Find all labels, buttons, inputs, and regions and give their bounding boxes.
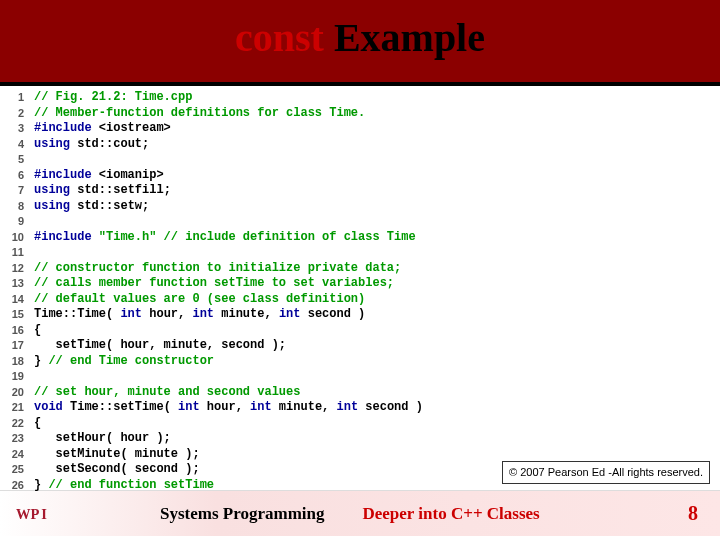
svg-text:W: W bbox=[16, 505, 31, 521]
line-number: 9 bbox=[0, 214, 34, 230]
code-line: 7using std::setfill; bbox=[0, 183, 720, 199]
code-text: { bbox=[34, 416, 41, 432]
code-line: 1// Fig. 21.2: Time.cpp bbox=[0, 90, 720, 106]
title-rest: Example bbox=[324, 15, 485, 60]
line-number: 3 bbox=[0, 121, 34, 137]
code-line: 8using std::setw; bbox=[0, 199, 720, 215]
line-number: 11 bbox=[0, 245, 34, 261]
code-line: 9 bbox=[0, 214, 720, 230]
line-number: 20 bbox=[0, 385, 34, 401]
line-number: 5 bbox=[0, 152, 34, 168]
line-number: 16 bbox=[0, 323, 34, 339]
code-line: 15Time::Time( int hour, int minute, int … bbox=[0, 307, 720, 323]
code-text: void Time::setTime( int hour, int minute… bbox=[34, 400, 423, 416]
line-number: 10 bbox=[0, 230, 34, 246]
line-number: 6 bbox=[0, 168, 34, 184]
code-text: // calls member function setTime to set … bbox=[34, 276, 394, 292]
line-number: 18 bbox=[0, 354, 34, 370]
line-number: 14 bbox=[0, 292, 34, 308]
line-number: 22 bbox=[0, 416, 34, 432]
line-number: 17 bbox=[0, 338, 34, 354]
code-line: 23 setHour( hour ); bbox=[0, 431, 720, 447]
page-number: 8 bbox=[688, 502, 698, 525]
code-text: using std::setw; bbox=[34, 199, 149, 215]
code-line: 3#include <iostream> bbox=[0, 121, 720, 137]
line-number: 15 bbox=[0, 307, 34, 323]
line-number: 21 bbox=[0, 400, 34, 416]
slide-title: const Example bbox=[0, 0, 720, 61]
code-text: } // end Time constructor bbox=[34, 354, 214, 370]
wpi-logo: W P I bbox=[14, 499, 76, 529]
footer-center: Deeper into C++ Classes bbox=[362, 504, 539, 524]
slide-header: const Example bbox=[0, 0, 720, 86]
code-text: // constructor function to initialize pr… bbox=[34, 261, 401, 277]
code-text: using std::cout; bbox=[34, 137, 149, 153]
code-text: // default values are 0 (see class defin… bbox=[34, 292, 365, 308]
line-number: 19 bbox=[0, 369, 34, 385]
line-number: 13 bbox=[0, 276, 34, 292]
code-text: Time::Time( int hour, int minute, int se… bbox=[34, 307, 365, 323]
code-line: 16{ bbox=[0, 323, 720, 339]
line-number: 8 bbox=[0, 199, 34, 215]
svg-text:P: P bbox=[31, 505, 40, 521]
code-text: setMinute( minute ); bbox=[34, 447, 200, 463]
code-line: 17 setTime( hour, minute, second ); bbox=[0, 338, 720, 354]
line-number: 24 bbox=[0, 447, 34, 463]
code-line: 4using std::cout; bbox=[0, 137, 720, 153]
code-line: 18} // end Time constructor bbox=[0, 354, 720, 370]
code-text: // Fig. 21.2: Time.cpp bbox=[34, 90, 192, 106]
code-line: 22{ bbox=[0, 416, 720, 432]
code-text: } // end function setTime bbox=[34, 478, 214, 494]
code-line: 5 bbox=[0, 152, 720, 168]
code-line: 19 bbox=[0, 369, 720, 385]
line-number: 25 bbox=[0, 462, 34, 478]
code-line: 10#include "Time.h" // include definitio… bbox=[0, 230, 720, 246]
line-number: 1 bbox=[0, 90, 34, 106]
slide-footer: W P I Systems Programming Deeper into C+… bbox=[0, 490, 720, 536]
line-number: 2 bbox=[0, 106, 34, 122]
code-text: setTime( hour, minute, second ); bbox=[34, 338, 286, 354]
footer-left: Systems Programming bbox=[160, 504, 324, 524]
title-keyword: const bbox=[235, 15, 324, 60]
code-line: 14// default values are 0 (see class def… bbox=[0, 292, 720, 308]
code-text: #include <iostream> bbox=[34, 121, 171, 137]
code-line: 11 bbox=[0, 245, 720, 261]
code-line: 20// set hour, minute and second values bbox=[0, 385, 720, 401]
copyright-label: © 2007 Pearson Ed -All rights reserved. bbox=[502, 461, 710, 485]
code-text: // set hour, minute and second values bbox=[34, 385, 300, 401]
code-line: 21void Time::setTime( int hour, int minu… bbox=[0, 400, 720, 416]
code-text: setHour( hour ); bbox=[34, 431, 171, 447]
code-line: 6#include <iomanip> bbox=[0, 168, 720, 184]
code-text: #include "Time.h" // include definition … bbox=[34, 230, 416, 246]
line-number: 4 bbox=[0, 137, 34, 153]
svg-text:I: I bbox=[41, 505, 47, 521]
code-text: { bbox=[34, 323, 41, 339]
code-text: #include <iomanip> bbox=[34, 168, 164, 184]
code-text: setSecond( second ); bbox=[34, 462, 200, 478]
code-line: 13// calls member function setTime to se… bbox=[0, 276, 720, 292]
code-listing: 1// Fig. 21.2: Time.cpp2// Member-functi… bbox=[0, 86, 720, 490]
line-number: 26 bbox=[0, 478, 34, 494]
line-number: 23 bbox=[0, 431, 34, 447]
code-line: 12// constructor function to initialize … bbox=[0, 261, 720, 277]
line-number: 12 bbox=[0, 261, 34, 277]
line-number: 7 bbox=[0, 183, 34, 199]
code-line: 2// Member-function definitions for clas… bbox=[0, 106, 720, 122]
code-text: using std::setfill; bbox=[34, 183, 171, 199]
code-text: // Member-function definitions for class… bbox=[34, 106, 365, 122]
